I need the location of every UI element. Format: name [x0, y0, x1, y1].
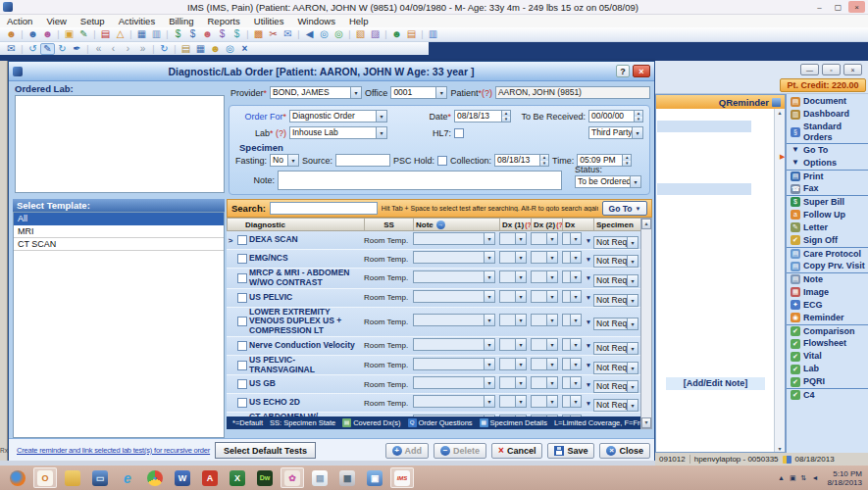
- image-icon[interactable]: ▩: [251, 28, 266, 40]
- back-icon[interactable]: ◀: [302, 28, 317, 40]
- payment-icon[interactable]: $: [185, 28, 200, 40]
- dx1-select[interactable]: ▾: [499, 270, 527, 283]
- row-checkbox[interactable]: [237, 235, 247, 245]
- specimen-select[interactable]: Not Req.▾: [593, 342, 638, 355]
- report-icon[interactable]: ▧: [353, 28, 368, 40]
- dx2-select[interactable]: ▾: [531, 376, 558, 389]
- dx-select[interactable]: ▾: [562, 251, 582, 264]
- refresh-icon[interactable]: ↻: [157, 43, 172, 55]
- billing-icon[interactable]: $: [171, 28, 185, 40]
- dx2-select[interactable]: ▾: [531, 395, 558, 408]
- row-checkbox[interactable]: [237, 398, 247, 408]
- taskbar-excel-icon[interactable]: X: [226, 467, 249, 488]
- ledger-icon[interactable]: $: [215, 28, 230, 40]
- dx1-select[interactable]: ▾: [499, 314, 527, 326]
- menu-item[interactable]: Action: [0, 16, 39, 26]
- menu-item[interactable]: Windows: [290, 16, 342, 26]
- taskbar-clock[interactable]: 5:10 PM8/18/2013: [827, 469, 862, 487]
- network-icon[interactable]: ⇅: [801, 474, 807, 482]
- row-checkbox[interactable]: [237, 293, 247, 303]
- taskbar-explorer-icon[interactable]: [61, 467, 84, 488]
- mail-icon[interactable]: ✉: [4, 43, 19, 55]
- provider-select[interactable]: BOND, JAMES▾: [270, 86, 362, 99]
- sidebar-item-image[interactable]: ▦ Image: [787, 286, 868, 299]
- user-icon[interactable]: ☻: [208, 43, 223, 55]
- scroll-down-icon[interactable]: ▾: [775, 445, 785, 452]
- table-row[interactable]: MRCP & MRI - ABDOMEN W/WO CONTRAST Room …: [227, 269, 640, 289]
- taskbar-dreamweaver-icon[interactable]: Dw: [253, 467, 277, 488]
- qreminder-header[interactable]: QReminder: [656, 95, 785, 109]
- column-dx2[interactable]: Dx (2)(?): [532, 219, 563, 230]
- letter-icon[interactable]: ✉: [281, 28, 295, 40]
- sidebar-item-comparison[interactable]: ✔ Comparison: [787, 324, 868, 338]
- dx-select[interactable]: ▾: [562, 358, 582, 370]
- search-input[interactable]: [270, 202, 378, 215]
- calendar-icon[interactable]: ▦: [193, 43, 208, 55]
- table-scrollbar[interactable]: ▴ ▾: [640, 218, 652, 429]
- chart-icon[interactable]: ▨: [368, 28, 383, 40]
- sidebar-item-document[interactable]: ▤ Document: [787, 95, 868, 108]
- dx-select[interactable]: ▾: [562, 270, 582, 283]
- menu-item[interactable]: View: [39, 16, 73, 26]
- row-checkbox[interactable]: [237, 317, 247, 326]
- specimen-select[interactable]: Not Req.▾: [593, 362, 638, 374]
- next-record-icon[interactable]: ›: [121, 43, 135, 55]
- dx1-select[interactable]: ▾: [499, 232, 527, 245]
- dx2-select[interactable]: ▾: [531, 232, 558, 245]
- menu-item[interactable]: Utilities: [247, 16, 291, 26]
- note-select[interactable]: ▾: [413, 395, 495, 408]
- dx-select[interactable]: ▾: [562, 290, 582, 303]
- add-button[interactable]: +Add: [385, 443, 430, 459]
- dx2-select[interactable]: ▾: [531, 358, 558, 370]
- redo-icon[interactable]: ↻: [55, 43, 70, 55]
- sidebar-item-lab[interactable]: ✔ Lab: [787, 363, 868, 375]
- select-default-tests-button[interactable]: Select Default Tests: [215, 442, 316, 459]
- delete-button[interactable]: −Delete: [434, 443, 486, 459]
- book-icon[interactable]: ▥: [426, 28, 440, 40]
- dx2-select[interactable]: ▾: [531, 270, 558, 283]
- folder-icon[interactable]: ▣: [62, 28, 77, 40]
- patient-icon[interactable]: ☻: [4, 28, 19, 40]
- column-specimen[interactable]: Specimen: [594, 219, 641, 230]
- sign-pen-icon[interactable]: ✒: [70, 43, 84, 55]
- office-select[interactable]: 0001▾: [390, 86, 447, 99]
- dx-select[interactable]: ▾: [562, 232, 582, 245]
- sidebar-item-flowsheet[interactable]: ✔ Flowsheet: [787, 337, 868, 350]
- go-to-button[interactable]: Go To▼: [602, 201, 647, 216]
- dx1-select[interactable]: ▾: [499, 251, 527, 264]
- sidebar-item-go-to[interactable]: ▼ Go To: [787, 143, 868, 157]
- note-select[interactable]: ▾: [413, 376, 495, 389]
- table-row[interactable]: LOWER EXTREMITY VENOUS DUPLEX US + COMPR…: [227, 308, 640, 337]
- globe-icon[interactable]: ◎: [317, 28, 332, 40]
- dx-detail-icon[interactable]: ▼: [584, 342, 593, 349]
- schedule-icon[interactable]: ▦: [134, 28, 149, 40]
- sidebar-item-letter[interactable]: ✎ Letter: [787, 221, 868, 234]
- prev-record-icon[interactable]: ‹: [106, 43, 121, 55]
- table-row[interactable]: US PELVIC- TRANSVAGINAL Room Temp. ▾ ▾ ▾…: [227, 356, 640, 376]
- dx2-select[interactable]: ▾: [531, 251, 558, 264]
- taskbar-word-icon[interactable]: W: [171, 467, 194, 488]
- spinner-arrows-icon[interactable]: ▴▾: [501, 110, 511, 122]
- taskbar-ie-icon[interactable]: e: [116, 467, 139, 488]
- table-row[interactable]: US PELVIC Room Temp. ▾ ▾ ▾ ▾ ▼ Not Req.▾: [227, 289, 640, 308]
- save-button[interactable]: Save: [547, 443, 594, 459]
- table-row[interactable]: US GB Room Temp. ▾ ▾ ▾ ▾ ▼ Not Req.▾: [227, 375, 640, 394]
- order-for-select[interactable]: Diagnostic Order▾: [289, 110, 387, 122]
- last-record-icon[interactable]: »: [135, 43, 150, 55]
- note-select[interactable]: ▾: [413, 270, 495, 283]
- specimen-select[interactable]: Not Req.▾: [593, 318, 638, 330]
- charges-icon[interactable]: ☻: [200, 28, 215, 40]
- dx-detail-icon[interactable]: ▼: [584, 318, 593, 325]
- taskbar-firefox-icon[interactable]: [6, 467, 29, 488]
- fasting-select[interactable]: No▾: [270, 154, 299, 167]
- sidebar-item-dashboard[interactable]: ▥ Dashboard: [787, 108, 868, 121]
- add-patient-icon[interactable]: ☻: [26, 28, 40, 40]
- to-be-received-spinner[interactable]: 00/00/00▴▾: [588, 110, 643, 122]
- sidebar-item-options[interactable]: ▼ Options: [787, 157, 868, 170]
- sidebar-item-sign-off[interactable]: ✔ Sign Off: [787, 234, 868, 247]
- sidebar-item-fax[interactable]: ☎ Fax: [787, 182, 868, 195]
- column-dx[interactable]: Dx: [563, 219, 594, 230]
- hl7-checkbox[interactable]: [454, 128, 464, 138]
- tools-icon[interactable]: ✂: [266, 28, 281, 40]
- dx-select[interactable]: ▾: [562, 314, 582, 326]
